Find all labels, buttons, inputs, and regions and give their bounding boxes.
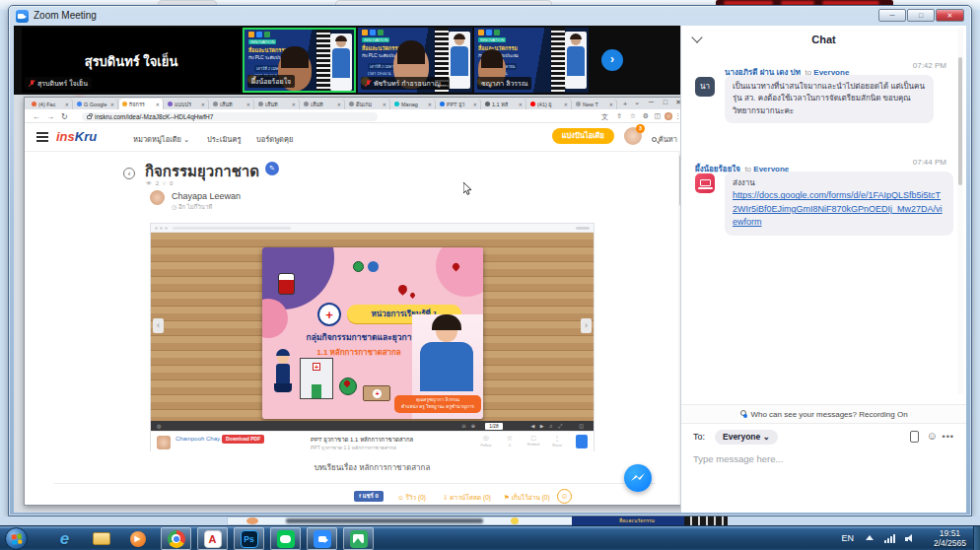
emoji-icon[interactable]: ☺ (927, 430, 938, 442)
carousel-next-arrow[interactable]: › (581, 318, 592, 333)
close-tab-icon[interactable]: ✕ (473, 102, 477, 107)
browser-tab[interactable]: G Google✕ (74, 99, 118, 109)
close-tab-icon[interactable]: ✕ (428, 102, 432, 107)
side-panel-icon[interactable]: ◫ (654, 112, 661, 120)
close-tab-icon[interactable]: ✕ (110, 102, 114, 107)
reload-icon[interactable]: ↻ (61, 112, 68, 121)
show-desktop-button[interactable] (973, 526, 980, 550)
flipbook-nav-icons[interactable]: ◀ ▶ ♫ ⤢ (530, 423, 564, 430)
internet-explorer-icon[interactable]: e (54, 528, 75, 549)
share-button[interactable]: ⋮Share (544, 435, 570, 447)
close-tab-icon[interactable]: ✕ (519, 102, 523, 107)
follow-button[interactable]: ☉Follow (473, 435, 499, 447)
browser-tab[interactable]: แบบปร✕ (165, 99, 209, 109)
browser-tab[interactable]: New T✕ (573, 99, 617, 109)
browser-maximize-icon[interactable]: □ (664, 99, 667, 105)
file-explorer-icon[interactable] (91, 528, 111, 549)
google-form-link[interactable]: https://docs.google.com/forms/d/e/1FAIpQ… (733, 189, 945, 230)
edit-pencil-badge[interactable]: ✎ (265, 162, 279, 175)
download-pdf-button[interactable]: Download PDF (222, 435, 264, 444)
line-taskbar-icon[interactable] (270, 527, 301, 550)
photoshop-taskbar-icon[interactable]: Ps (234, 527, 264, 550)
browser-minimize-icon[interactable]: ─ (649, 99, 654, 105)
extensions-icon[interactable]: ⚙ (643, 112, 649, 120)
scrollbar-thumb[interactable] (958, 57, 962, 185)
close-tab-icon[interactable]: ✕ (383, 102, 386, 107)
new-tab-button[interactable]: + (620, 100, 630, 109)
flipbook-fullscreen-icon[interactable]: ◫ (579, 423, 586, 429)
gallery-taskbar-icon[interactable] (343, 527, 374, 550)
messenger-button[interactable] (624, 464, 652, 492)
browser-tab[interactable]: (41) ยุ✕ (527, 99, 572, 109)
back-icon[interactable]: ← (33, 112, 40, 121)
upload-app-icon[interactable] (576, 435, 588, 448)
acrobat-taskbar-icon[interactable]: A (197, 527, 228, 550)
author-avatar[interactable] (150, 190, 165, 205)
browser-tab[interactable]: PPT ยุว✕ (437, 99, 481, 109)
search-button[interactable]: ค้นหา (652, 133, 677, 145)
reaction-smiley-button[interactable]: ☺ (557, 489, 572, 504)
language-indicator[interactable]: EN (841, 533, 854, 543)
close-tab-icon[interactable]: ✕ (337, 102, 341, 107)
nav-categories[interactable]: หมวดหมู่ไอเดีย ⌄ (133, 133, 189, 145)
close-tab-icon[interactable]: ✕ (292, 102, 296, 107)
close-tab-icon[interactable]: ✕ (564, 102, 568, 107)
author-name[interactable]: Chayapa Leewan (172, 191, 241, 201)
zoom-titlebar[interactable]: Zoom Meeting ─ □ ✕ (9, 6, 971, 26)
video-tile[interactable]: สุรบดินทร์ ใจเย็น สุรบดินทร์ ใจเย็น (22, 28, 241, 93)
attach-file-icon[interactable] (910, 431, 919, 443)
chrome-taskbar-icon[interactable] (161, 527, 191, 550)
more-options-icon[interactable]: ••• (943, 432, 954, 442)
minimize-button[interactable]: ─ (878, 9, 906, 22)
hidden-icons-arrow[interactable] (866, 535, 874, 540)
network-signal-icon[interactable] (884, 534, 897, 543)
forward-icon[interactable]: → (46, 112, 54, 121)
close-tab-icon[interactable]: ✕ (156, 102, 160, 107)
user-avatar[interactable]: 3 (624, 127, 642, 145)
back-circle-button[interactable]: ‹ (123, 168, 135, 179)
close-tab-icon[interactable]: ✕ (609, 102, 613, 107)
uploader-name[interactable]: Champooh Chay... (175, 436, 225, 442)
browser-tab-active[interactable]: กิจกรร✕ (119, 99, 164, 109)
video-tile[interactable]: INNOVATION สื่อและนวัตกรรม กับ PLC ระดับ… (474, 28, 589, 93)
nav-evaluate[interactable]: ประเมินครู (207, 133, 242, 145)
browser-tab[interactable]: ด้นเกม✕ (346, 99, 390, 109)
browser-tab[interactable]: Manag✕ (391, 99, 436, 109)
close-tab-icon[interactable]: ✕ (65, 102, 69, 107)
review-button[interactable]: ☺ รีวิว (0) (397, 493, 426, 503)
taskbar-clock[interactable]: 19:512/4/2565 (934, 529, 966, 549)
video-tile[interactable]: INNOVATION สื่อและนวัตกรรม กับ PLC ระดับ… (358, 28, 472, 93)
facebook-share-button[interactable]: f แชร์ 0 (354, 491, 384, 502)
recipient-dropdown[interactable]: Everyone ⌄ (715, 430, 778, 445)
browser-tab[interactable]: เส้นทิ✕ (255, 99, 300, 109)
page-indicator[interactable]: 1/28 (485, 423, 503, 430)
bookmark-star-icon[interactable]: ☆ (630, 112, 636, 120)
volume-icon[interactable] (905, 534, 915, 544)
browser-tab[interactable]: เส้นทิ✕ (210, 99, 254, 109)
browser-tab[interactable]: (4) Fac✕ (29, 99, 73, 109)
inskru-logo[interactable]: insKru (56, 129, 97, 144)
browser-tab[interactable]: เส้นทิ✕ (301, 99, 345, 109)
hamburger-menu-icon[interactable] (36, 132, 48, 142)
chat-input[interactable]: Type message here... (693, 453, 783, 464)
video-tile-active-speaker[interactable]: INNOVATION สื่อและนวัตกรรม กับ PLC ระดับ… (243, 28, 356, 93)
tab-search-icon[interactable]: ⌄ (634, 99, 640, 106)
close-button[interactable]: ✕ (936, 9, 964, 22)
close-tab-icon[interactable]: ✕ (201, 102, 205, 107)
next-videos-button[interactable]: › (601, 49, 623, 71)
share-icon[interactable]: ⇧ (616, 112, 622, 120)
save-for-later-button[interactable]: ⚑ เก็บไว้อ่าน (0) (504, 493, 550, 503)
download-button[interactable]: ⇩ ดาวน์โหลด (0) (443, 493, 491, 503)
nav-board[interactable]: บอร์ดพูดคุย (256, 133, 293, 145)
start-button[interactable] (5, 527, 28, 550)
embed-button[interactable]: □Embed (521, 435, 546, 447)
flipbook-embed[interactable]: + หน่วยการเรียนรู้ที่ 1 กลุ่มกิจกรรมกาชา… (150, 223, 595, 451)
address-bar[interactable]: inskru.com/idea/-MzaJ8cK--HDL4qHwfH7 (82, 112, 378, 121)
zoom-taskbar-icon[interactable] (307, 527, 337, 550)
maximize-button[interactable]: □ (907, 9, 935, 22)
chat-scrollbar[interactable] (957, 28, 963, 394)
close-tab-icon[interactable]: ✕ (246, 102, 250, 107)
media-player-icon[interactable]: ▶ (127, 528, 148, 549)
profile-avatar[interactable] (665, 112, 672, 120)
share-idea-button[interactable]: แบ่งปันไอเดีย (552, 128, 614, 144)
